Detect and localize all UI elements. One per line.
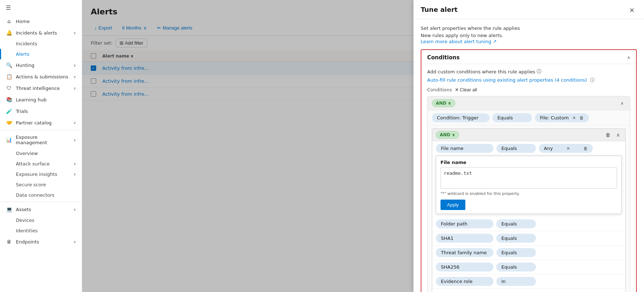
nested-condition-row: SHA1 Equals <box>432 231 625 246</box>
main-content: Alerts ↓ Export 6 Months ∨ ✏ Manage aler… <box>82 0 644 292</box>
chevron-down-icon: ∨ <box>73 63 76 67</box>
sidebar-item-label: Actions & submissions <box>16 74 68 79</box>
external-link-icon: ↗ <box>493 39 497 44</box>
nested-delete-button[interactable]: 🗑 <box>604 131 612 138</box>
chevron-down-icon: ∨ <box>452 132 455 137</box>
sidebar-item-incidents-alerts[interactable]: 🔔 Incidents & alerts ∨ <box>0 27 82 38</box>
field-pill[interactable]: Evidence role <box>436 277 493 286</box>
sidebar-item-secure-score[interactable]: Secure score <box>0 179 82 190</box>
autofill-link[interactable]: Auto-fill rule conditions using existing… <box>427 77 589 83</box>
trials-icon: 🧪 <box>6 108 12 114</box>
sidebar-item-identities[interactable]: Identities <box>0 225 82 236</box>
field-pill[interactable]: SHA1 <box>436 234 493 243</box>
chevron-down-icon: ∨ <box>73 121 76 125</box>
hamburger-icon[interactable]: ☰ <box>0 0 82 15</box>
sidebar-item-data-connectors[interactable]: Data connectors <box>0 190 82 200</box>
sidebar-item-label: Threat intelligence <box>16 86 60 91</box>
clear-icon: ✕ <box>455 87 459 92</box>
add-desc: Add custom conditions where this rule ap… <box>427 68 630 75</box>
filename-popup-label: File name <box>440 160 617 165</box>
panel-desc-line2: New rules apply only to new alerts. <box>421 32 637 39</box>
chevron-down-icon: ∨ <box>73 86 76 90</box>
sidebar-item-exposure-insights[interactable]: Exposure insights ∨ <box>0 169 82 179</box>
sidebar-item-devices[interactable]: Devices <box>0 215 82 225</box>
partner-icon: 🤝 <box>6 120 12 126</box>
nested-condition-row: SHA256 Equals <box>432 260 625 274</box>
condition-trigger-pill[interactable]: Condition: Trigger <box>432 113 489 122</box>
chevron-down-icon: ∨ <box>73 240 76 244</box>
sidebar-item-incidents[interactable]: Incidents <box>0 38 82 49</box>
conditions-body: Add custom conditions where this rule ap… <box>421 64 636 292</box>
sidebar-item-label: Hunting <box>16 63 34 68</box>
remove-icon[interactable]: ✕ <box>566 146 570 151</box>
panel-title: Tune alert <box>421 6 457 13</box>
conditions-header: Conditions ∧ <box>421 50 636 64</box>
value-pill[interactable]: File: Custom ✕ 🗑 <box>535 113 589 122</box>
field-pill[interactable]: Threat family name <box>436 248 493 257</box>
nested-condition-row: Evidence role In <box>432 274 625 289</box>
sidebar-item-trials[interactable]: 🧪 Trials <box>0 105 82 117</box>
operator-pill[interactable]: Equals <box>496 263 536 272</box>
threat-icon: 🛡 <box>6 85 12 91</box>
sidebar-item-actions[interactable]: 📋 Actions & submissions ∨ <box>0 71 82 82</box>
info-icon: ⓘ <box>537 68 541 75</box>
sidebar-item-partner-catalog[interactable]: 🤝 Partner catalog ∨ <box>0 117 82 128</box>
nested-add-row: + Add filter ⊞ Add subgroup <box>432 289 625 292</box>
sidebar-item-label: Assets <box>16 207 31 212</box>
chevron-down-icon: ∨ <box>448 101 451 106</box>
and-group-header: AND ∨ ∧ <box>428 96 630 110</box>
sidebar-item-hunting[interactable]: 🔍 Hunting ∨ <box>0 59 82 71</box>
panel-body: Set alert properties where the rule appl… <box>413 19 644 292</box>
sidebar-item-threat-intelligence[interactable]: 🛡 Threat intelligence ∨ <box>0 82 82 94</box>
sidebar-item-endpoints[interactable]: 🖥 Endpoints ∨ <box>0 236 82 247</box>
delete-row-icon[interactable]: 🗑 <box>583 146 588 151</box>
conditions-clear-row: Conditions ✕ Clear all <box>427 87 630 92</box>
clear-all-button[interactable]: ✕ Clear all <box>455 87 477 92</box>
filename-input[interactable]: readme.txt <box>440 167 617 189</box>
field-pill[interactable]: SHA256 <box>436 263 493 272</box>
sidebar-item-home[interactable]: ⌂ Home <box>0 15 82 27</box>
nested-collapse-button[interactable]: ∧ <box>614 131 622 138</box>
operator-pill[interactable]: Equals <box>496 219 536 228</box>
filename-popup: File name readme.txt "*" wildcard is ena… <box>436 156 622 214</box>
remove-icon[interactable]: ✕ <box>572 115 576 120</box>
nested-condition-row: Folder path Equals <box>432 217 625 231</box>
sidebar-item-learning-hub[interactable]: 📚 Learning hub <box>0 94 82 105</box>
nested-and-group: AND ∨ 🗑 ∧ Fil <box>432 128 626 292</box>
operator-pill[interactable]: Equals <box>496 248 536 257</box>
home-icon: ⌂ <box>6 18 12 24</box>
panel-close-button[interactable]: ✕ <box>627 6 637 15</box>
learn-more-link[interactable]: Learn more about alert tuning ↗ <box>421 39 497 44</box>
chevron-down-icon: ∨ <box>73 75 76 79</box>
operator-pill[interactable]: Equals <box>496 234 536 243</box>
chevron-down-icon: ∨ <box>73 207 76 211</box>
hunting-icon: 🔍 <box>6 62 12 68</box>
nested-condition-row: Threat family name Equals <box>432 246 625 260</box>
and-badge[interactable]: AND ∨ <box>432 99 455 107</box>
sidebar-item-overview[interactable]: Overview <box>0 148 82 159</box>
apply-button[interactable]: Apply <box>440 200 465 210</box>
sidebar-item-label: Endpoints <box>16 239 39 245</box>
and-group-actions: ∧ <box>619 100 626 106</box>
operator-pill[interactable]: In <box>496 277 536 286</box>
side-panel: Tune alert ✕ Set alert properties where … <box>413 0 644 292</box>
value-pill[interactable]: Any ✕ 🗑 <box>539 144 593 153</box>
sidebar-item-alerts[interactable]: Alerts <box>0 49 82 59</box>
sidebar-item-label: Learning hub <box>16 97 46 102</box>
nested-and-header: AND ∨ 🗑 ∧ <box>432 129 625 141</box>
sidebar-item-exposure-management[interactable]: 📊 Exposure management ∨ <box>0 132 82 148</box>
field-pill[interactable]: Folder path <box>436 219 493 228</box>
delete-icon[interactable]: 🗑 <box>580 115 584 120</box>
sidebar-item-attack-surface[interactable]: Attack surface ∨ <box>0 159 82 169</box>
field-pill[interactable]: File name <box>436 144 493 153</box>
sidebar-item-assets[interactable]: 💻 Assets ∨ <box>0 204 82 215</box>
condition-row: Condition: Trigger Equals File: Custom ✕… <box>428 110 630 126</box>
collapse-icon[interactable]: ∧ <box>627 55 630 60</box>
nested-and-badge[interactable]: AND ∨ <box>436 131 459 139</box>
equals-pill[interactable]: Equals <box>492 113 532 122</box>
chevron-down-icon: ∨ <box>73 162 76 166</box>
alerts-icon: 🔔 <box>6 30 12 36</box>
assets-icon: 💻 <box>6 206 12 212</box>
operator-pill[interactable]: Equals <box>496 144 536 153</box>
collapse-button[interactable]: ∧ <box>619 100 626 106</box>
